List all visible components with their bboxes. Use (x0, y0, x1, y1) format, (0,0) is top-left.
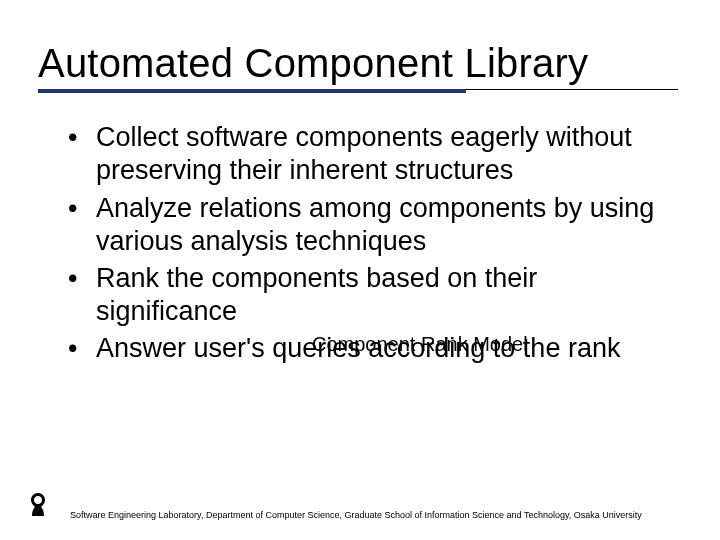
university-logo-icon (20, 490, 56, 526)
annotation-label: Component Rank Model (312, 333, 528, 356)
bullet-item: Collect software components eagerly with… (68, 121, 682, 187)
bullet-item: Rank the components based on their signi… (68, 262, 682, 328)
title-underline-thick (38, 89, 466, 93)
slide-title: Automated Component Library (38, 42, 682, 85)
title-block: Automated Component Library (38, 42, 682, 85)
bullet-list: Collect software components eagerly with… (38, 121, 682, 365)
footer-text: Software Engineering Laboratory, Departm… (70, 510, 700, 520)
slide: Automated Component Library Collect soft… (0, 0, 720, 540)
bullet-item: Analyze relations among components by us… (68, 192, 682, 258)
